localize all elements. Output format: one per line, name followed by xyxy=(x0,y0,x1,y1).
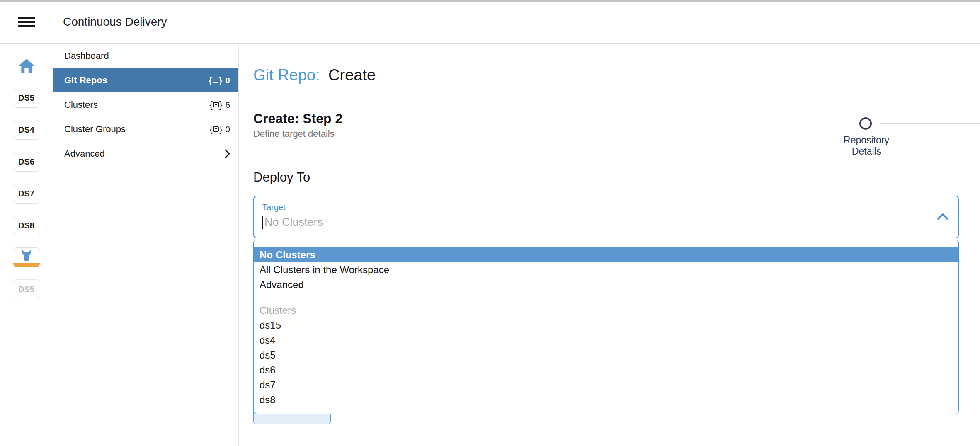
dropdown-option-cluster-ds15[interactable]: ds15 xyxy=(254,318,958,333)
page-title-resource: Git Repo: xyxy=(253,66,320,84)
fleet-app-shortcut-active[interactable] xyxy=(13,247,40,267)
resource-count-badge: {} 0 xyxy=(210,124,230,135)
dropdown-group-label: Clusters xyxy=(254,303,958,318)
target-dropdown-menu: No Clusters All Clusters in the Workspac… xyxy=(253,240,959,414)
sidebar-item-clusters[interactable]: Clusters {} 6 xyxy=(53,92,238,117)
cluster-shortcut-ds4[interactable]: DS4 xyxy=(13,120,40,140)
page-title-action: Create xyxy=(328,66,376,84)
cluster-shortcut-ds5-disabled[interactable]: DS5 xyxy=(13,279,40,299)
count-value: 6 xyxy=(225,100,230,110)
sidebar-item-label: Dashboard xyxy=(64,51,230,61)
brace-icon: } xyxy=(219,124,222,135)
resource-count-badge: {} 0 xyxy=(209,75,230,86)
brace-icon: } xyxy=(219,99,222,110)
count-value: 0 xyxy=(225,124,230,134)
step-indicator-circle[interactable] xyxy=(859,117,872,130)
dropdown-option-all-clusters[interactable]: All Clusters in the Workspace xyxy=(254,262,958,277)
dropdown-option-cluster-ds7[interactable]: ds7 xyxy=(254,378,958,393)
dropdown-divider xyxy=(259,298,958,298)
dropdown-option-cluster-ds8[interactable]: ds8 xyxy=(254,393,958,407)
dropdown-option-cluster-ds4[interactable]: ds4 xyxy=(254,333,958,348)
dropdown-option-no-clusters[interactable]: No Clusters xyxy=(254,247,958,262)
brace-icon: { xyxy=(210,99,213,110)
chevron-right-icon xyxy=(225,149,230,158)
hamburger-menu-icon[interactable] xyxy=(18,17,35,28)
count-value: 0 xyxy=(225,75,230,85)
home-icon[interactable] xyxy=(19,58,34,73)
sidebar-item-dashboard[interactable]: Dashboard xyxy=(53,44,238,68)
target-value-row: No Clusters xyxy=(262,216,958,229)
sidebar-item-label: Cluster Groups xyxy=(64,124,210,135)
brace-icon: { xyxy=(210,124,213,135)
sidebar-item-advanced[interactable]: Advanced xyxy=(53,141,238,166)
target-value: No Clusters xyxy=(264,216,323,229)
main-content: Git Repo: Create Create: Step 2 Define t… xyxy=(239,44,980,446)
wizard-step-header: Create: Step 2 Define target details Rep… xyxy=(253,101,980,155)
sidebar-item-git-repos[interactable]: Git Repos {} 0 xyxy=(53,68,238,92)
resource-icon xyxy=(213,78,218,83)
cluster-shortcut-ds7[interactable]: DS7 xyxy=(13,184,40,204)
cluster-shortcut-ds5[interactable]: DS5 xyxy=(13,88,40,108)
app-title: Continuous Delivery xyxy=(63,15,167,29)
cluster-shortcut-ds6[interactable]: DS6 xyxy=(13,152,40,172)
resource-icon xyxy=(213,126,219,132)
target-combobox[interactable]: Target No Clusters xyxy=(253,196,959,238)
text-cursor xyxy=(262,216,263,229)
hamburger-bar xyxy=(18,17,35,19)
target-label: Target xyxy=(262,203,958,212)
sidebar-item-cluster-groups[interactable]: Cluster Groups {} 0 xyxy=(53,117,238,141)
chevron-up-icon[interactable] xyxy=(937,213,948,220)
dropdown-option-advanced[interactable]: Advanced xyxy=(254,277,958,292)
page-title: Git Repo: Create xyxy=(253,44,980,84)
step-connector-line xyxy=(880,123,980,124)
sidebar-nav: Dashboard Git Repos {} 0 Clusters {} 6 C… xyxy=(53,44,239,446)
step-indicator-label: Repository Details xyxy=(829,135,904,157)
brace-icon: } xyxy=(219,75,223,86)
top-bar: Continuous Delivery xyxy=(0,0,980,44)
deploy-to-heading: Deploy To xyxy=(253,170,980,185)
fleet-cow-icon xyxy=(19,250,34,262)
hamburger-bar xyxy=(18,21,35,23)
sidebar-item-label: Clusters xyxy=(64,99,210,110)
active-underline xyxy=(13,263,40,267)
sidebar-item-label: Advanced xyxy=(64,148,225,159)
sidebar-item-label: Git Repos xyxy=(64,75,209,86)
hamburger-bar xyxy=(18,25,35,27)
cluster-shortcut-ds8[interactable]: DS8 xyxy=(13,216,40,235)
cluster-icon-rail: DS5 DS4 DS6 DS7 DS8 DS5 xyxy=(0,0,53,446)
resource-icon xyxy=(213,102,219,107)
window-top-edge xyxy=(0,0,980,2)
brace-icon: { xyxy=(209,75,212,86)
dropdown-option-cluster-ds5[interactable]: ds5 xyxy=(254,348,958,363)
resource-count-badge: {} 6 xyxy=(210,99,230,110)
dropdown-option-cluster-ds6[interactable]: ds6 xyxy=(254,363,958,378)
